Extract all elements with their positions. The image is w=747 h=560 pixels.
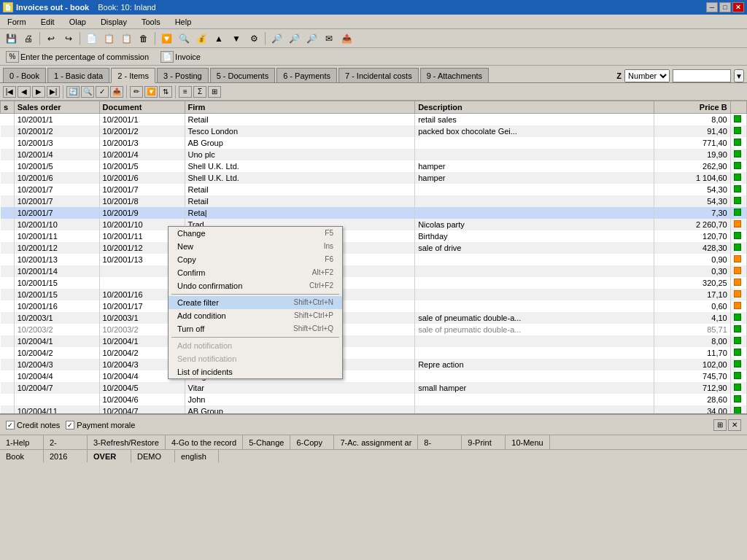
- col-header-firm[interactable]: Firm: [185, 101, 415, 114]
- table-row[interactable]: 10/2001/7 10/2001/7 Retail 54,30: [1, 184, 747, 195]
- table-row[interactable]: 10/2004/6 John 28,60: [1, 394, 747, 405]
- table-row[interactable]: 10/2004/2 10/2004/2 Retail 11,70: [1, 347, 747, 359]
- tab-5-documents[interactable]: 5 - Documents: [210, 68, 276, 82]
- payment-morale-checkbox-label[interactable]: ✓ Payment morale: [66, 421, 135, 429]
- ctx-turn-off[interactable]: Turn offShift+Ctrl+Q: [169, 322, 342, 335]
- tab-1-basic-data[interactable]: 1 - Basic data: [47, 68, 109, 82]
- payment-morale-checkbox[interactable]: ✓: [66, 421, 74, 429]
- table-row[interactable]: 10/2001/7 10/2001/9 Reta| 7,30: [1, 207, 747, 219]
- table-row[interactable]: 10/2001/5 10/2001/5 Shell U.K. Ltd. hamp…: [1, 160, 747, 172]
- credit-notes-checkbox[interactable]: ✓: [6, 421, 15, 429]
- nav-sort-btn[interactable]: ⇅: [159, 86, 172, 98]
- table-row[interactable]: 10/2001/14 AB G 0,30: [1, 265, 747, 277]
- search-icon[interactable]: 🔍: [176, 31, 192, 46]
- ctx-add-condition[interactable]: Add conditionShift+Ctrl+P: [169, 309, 342, 322]
- col-header-description[interactable]: Description: [415, 101, 654, 114]
- table-row[interactable]: 10/2004/1 10/2004/1 Reta 8,00: [1, 335, 747, 347]
- col-header-document[interactable]: Document: [99, 101, 185, 114]
- table-row[interactable]: 10/2001/7 10/2001/8 Retail 54,30: [1, 195, 747, 207]
- bottom-icon-2[interactable]: ✕: [728, 419, 741, 431]
- close-button[interactable]: ✕: [732, 2, 744, 12]
- nav-sum-btn[interactable]: Σ: [193, 86, 206, 98]
- nav-last-btn[interactable]: ▶|: [47, 86, 60, 98]
- mail-icon[interactable]: ✉: [321, 31, 337, 46]
- menu-olap[interactable]: Olap: [65, 16, 90, 28]
- paste-icon[interactable]: 📋: [118, 31, 134, 46]
- lookup-field-select[interactable]: Number: [624, 69, 670, 82]
- status-print[interactable]: 9-Print: [462, 435, 506, 449]
- col-header-s[interactable]: s: [1, 101, 15, 114]
- money-icon[interactable]: 💰: [193, 31, 209, 46]
- status-goto[interactable]: 4-Go to the record: [166, 435, 243, 449]
- table-row[interactable]: 10/2001/1 10/2001/1 Retail retail sales …: [1, 114, 747, 125]
- menu-tools[interactable]: Tools: [137, 16, 165, 28]
- status-refresh[interactable]: 3-Refresh/Restore: [88, 435, 166, 449]
- save-icon[interactable]: 💾: [3, 31, 19, 46]
- credit-notes-checkbox-label[interactable]: ✓ Credit notes: [6, 421, 60, 429]
- commission-button[interactable]: % Enter the percentage of commission: [3, 50, 152, 64]
- nav-play-btn[interactable]: ▶: [32, 86, 45, 98]
- status-help[interactable]: 1-Help: [0, 435, 44, 449]
- menu-display[interactable]: Display: [96, 16, 131, 28]
- copy-icon[interactable]: 📋: [101, 31, 117, 46]
- lookup-input[interactable]: [673, 69, 731, 82]
- nav-prev-btn[interactable]: ◀: [18, 86, 31, 98]
- new-icon[interactable]: 📄: [83, 31, 99, 46]
- undo-icon[interactable]: ↩: [43, 31, 59, 46]
- ctx-copy[interactable]: CopyF6: [169, 253, 342, 266]
- maximize-button[interactable]: □: [719, 2, 731, 12]
- table-row[interactable]: 10/2001/15 10/2001/16 Sour 17,10: [1, 289, 747, 300]
- ctx-change[interactable]: ChangeF5: [169, 227, 342, 240]
- table-row[interactable]: 10/2004/4 10/2004/4 Marg 745,70: [1, 370, 747, 382]
- nav-export-btn[interactable]: 📤: [110, 86, 123, 98]
- print-icon[interactable]: 🖨: [20, 31, 36, 46]
- status-ac[interactable]: 7-Ac. assignment ar: [334, 435, 418, 449]
- table-row[interactable]: 10/2003/1 10/2003/1 Trad sale of pneumat…: [1, 312, 747, 324]
- menu-edit[interactable]: Edit: [36, 16, 59, 28]
- table-row[interactable]: 10/2001/11 10/2001/11 John Birthday 120,…: [1, 230, 747, 242]
- ctx-create-filter[interactable]: Create filterShift+Ctrl+N: [169, 296, 342, 309]
- status-change[interactable]: 5-Change: [243, 435, 290, 449]
- ctx-new[interactable]: NewIns: [169, 240, 342, 253]
- find-icon[interactable]: 🔎: [268, 31, 285, 46]
- col-header-price[interactable]: Price B: [654, 101, 730, 114]
- find3-icon[interactable]: 🔎: [303, 31, 320, 46]
- table-row[interactable]: 10/2001/6 10/2001/6 Shell U.K. Ltd. hamp…: [1, 172, 747, 184]
- table-row[interactable]: 10/2001/2 10/2001/2 Tesco London packed …: [1, 125, 747, 137]
- nav-group-btn[interactable]: ≡: [179, 86, 192, 98]
- tab-3-posting[interactable]: 3 - Posting: [157, 68, 209, 82]
- ctx-undo-confirm[interactable]: Undo confirmationCtrl+F2: [169, 279, 342, 292]
- table-row[interactable]: 10/2001/13 10/2001/13 AB G 0,90: [1, 254, 747, 265]
- minimize-button[interactable]: ─: [706, 2, 718, 12]
- lookup-dropdown-btn[interactable]: ▼: [734, 69, 744, 82]
- table-row[interactable]: 10/2001/4 10/2001/4 Uno plc 19,90: [1, 149, 747, 160]
- invoice-button[interactable]: 📄 Invoice: [158, 50, 204, 64]
- col-header-sales-order[interactable]: Sales order: [14, 101, 99, 114]
- tab-7-incidental[interactable]: 7 - Incidental costs: [338, 68, 419, 82]
- table-row[interactable]: 10/2001/12 10/2001/12 AB G sale of drive…: [1, 242, 747, 254]
- nav-mark-btn[interactable]: ✓: [96, 86, 109, 98]
- menu-help[interactable]: Help: [171, 16, 196, 28]
- table-row[interactable]: 10/2004/7 10/2004/5 Vitar small hamper 7…: [1, 382, 747, 394]
- table-row[interactable]: 10/2004/3 10/2004/3 Fox I Repre action 1…: [1, 359, 747, 370]
- ctx-list-incidents[interactable]: List of incidents: [169, 365, 342, 378]
- tab-2-items[interactable]: 2 - Items: [111, 68, 155, 83]
- table-row[interactable]: 10/2001/3 10/2001/3 AB Group 771,40: [1, 137, 747, 149]
- nav-refresh-btn[interactable]: 🔄: [66, 86, 80, 98]
- table-row[interactable]: 10/2004/11 10/2004/7 AB Group 34,00: [1, 405, 747, 415]
- nav-edit-btn[interactable]: ✏: [130, 86, 143, 98]
- export-icon[interactable]: 📤: [338, 31, 355, 46]
- status-menu[interactable]: 10-Menu: [506, 435, 549, 449]
- find2-icon[interactable]: 🔎: [286, 31, 302, 46]
- nav-filter-btn[interactable]: 🔽: [144, 86, 158, 98]
- ctx-confirm[interactable]: ConfirmAlt+F2: [169, 266, 342, 279]
- nav-first-btn[interactable]: |◀: [3, 86, 16, 98]
- status-copy[interactable]: 6-Copy: [290, 435, 334, 449]
- up-icon[interactable]: ▲: [211, 31, 227, 46]
- tab-9-attachments[interactable]: 9 - Attachments: [420, 68, 489, 82]
- nav-col-btn[interactable]: ⊞: [208, 86, 221, 98]
- bottom-icon-1[interactable]: ⊞: [713, 419, 727, 431]
- table-row[interactable]: 10/2001/10 10/2001/10 Trad Nicolas party…: [1, 219, 747, 230]
- table-row[interactable]: 10/2001/16 10/2001/17 Dem 0,60: [1, 300, 747, 312]
- menu-form[interactable]: Form: [3, 16, 31, 28]
